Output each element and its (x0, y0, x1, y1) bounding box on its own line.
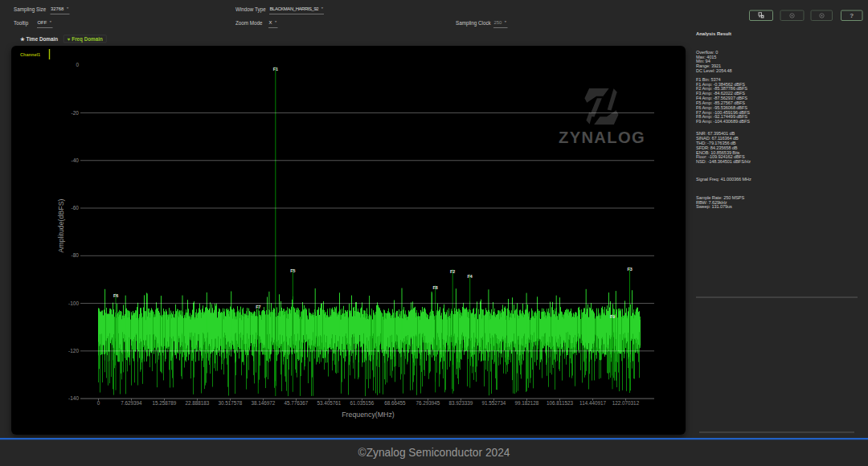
svg-text:0: 0 (97, 400, 100, 406)
svg-text:106.811523: 106.811523 (547, 400, 573, 406)
svg-text:Channel1: Channel1 (20, 52, 40, 57)
svg-text:F8: F8 (433, 285, 438, 290)
svg-text:Frequency(MHz): Frequency(MHz) (342, 411, 395, 419)
svg-text:91.552734: 91.552734 (482, 400, 506, 406)
svg-text:-40: -40 (72, 157, 80, 163)
svg-text:-120: -120 (68, 348, 79, 354)
svg-text:30.517578: 30.517578 (219, 400, 243, 406)
svg-text:45.776367: 45.776367 (285, 400, 309, 406)
svg-text:7.629394: 7.629394 (121, 400, 142, 406)
svg-text:F4: F4 (468, 274, 473, 279)
svg-text:0: 0 (76, 62, 79, 67)
svg-text:38.146972: 38.146972 (252, 400, 276, 406)
svg-text:F2: F2 (450, 269, 455, 274)
svg-text:ZYNALOG: ZYNALOG (559, 129, 645, 146)
svg-text:F5: F5 (290, 268, 295, 273)
svg-text:68.66455: 68.66455 (384, 400, 406, 406)
svg-text:76.293945: 76.293945 (416, 400, 440, 406)
svg-text:99.182128: 99.182128 (515, 400, 539, 406)
svg-text:61.035156: 61.035156 (350, 400, 375, 406)
svg-text:F3: F3 (627, 267, 632, 272)
svg-text:-80: -80 (72, 252, 80, 258)
svg-text:122.070312: 122.070312 (612, 400, 640, 406)
svg-text:22.888183: 22.888183 (186, 400, 210, 406)
svg-text:F6: F6 (113, 293, 118, 298)
svg-text:83.923339: 83.923339 (449, 400, 473, 406)
svg-text:Amplitude(dBFS): Amplitude(dBFS) (57, 198, 65, 252)
svg-text:-20: -20 (72, 110, 80, 116)
svg-text:-140: -140 (68, 395, 79, 401)
svg-text:-100: -100 (68, 300, 79, 306)
svg-text:F9: F9 (610, 314, 615, 319)
svg-text:15.258789: 15.258789 (153, 400, 177, 406)
svg-text:-60: -60 (72, 205, 80, 211)
svg-text:53.405761: 53.405761 (317, 400, 342, 406)
svg-text:F7: F7 (256, 305, 260, 309)
svg-text:114.440917: 114.440917 (579, 400, 606, 406)
svg-text:F1: F1 (273, 67, 278, 72)
